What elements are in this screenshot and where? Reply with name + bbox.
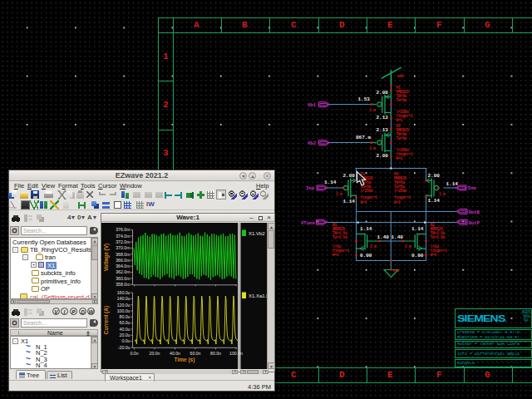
svg-text:Tw=1.5u: Tw=1.5u bbox=[332, 235, 347, 239]
svg-text:Tw=5u: Tw=5u bbox=[397, 98, 407, 102]
svg-text:l=250n: l=250n bbox=[394, 189, 407, 193]
svg-text:W=1: W=1 bbox=[431, 253, 437, 257]
svg-text:20.0u: 20.0u bbox=[120, 332, 131, 337]
svg-text:vdd: vdd bbox=[397, 74, 404, 78]
svg-text:366.0m: 366.0m bbox=[116, 258, 130, 263]
svg-text:40.0n: 40.0n bbox=[170, 351, 180, 356]
svg-text:360.0m: 360.0m bbox=[116, 276, 130, 281]
svg-text:867.m: 867.m bbox=[356, 135, 371, 140]
svg-text:1.14: 1.14 bbox=[360, 226, 372, 232]
svg-text:Tw=5u: Tw=5u bbox=[397, 136, 407, 140]
svg-text:2.00: 2.00 bbox=[428, 173, 441, 179]
svg-text:80.0u: 80.0u bbox=[120, 314, 131, 319]
svg-text:1.m: 1.m bbox=[336, 192, 342, 196]
svg-text:2.m: 2.m bbox=[405, 244, 411, 249]
svg-text:Vb1: Vb1 bbox=[308, 102, 317, 108]
svg-text:finger=1: finger=1 bbox=[361, 195, 378, 200]
svg-text:1.14: 1.14 bbox=[343, 199, 356, 204]
svg-text:60.0u: 60.0u bbox=[120, 320, 131, 325]
svg-text:80.0n: 80.0n bbox=[210, 351, 221, 356]
svg-text:W=1: W=1 bbox=[361, 200, 367, 204]
svg-text:140.0u: 140.0u bbox=[117, 296, 131, 301]
svg-text:Vb2: Vb2 bbox=[308, 140, 317, 146]
svg-text:20.0n: 20.0n bbox=[150, 351, 160, 356]
svg-text:1.40: 1.40 bbox=[392, 234, 404, 240]
svg-text:0.00: 0.00 bbox=[360, 253, 372, 259]
svg-text:1.m: 1.m bbox=[369, 108, 376, 112]
svg-text:W=1: W=1 bbox=[397, 156, 403, 160]
svg-text:0.0u: 0.0u bbox=[121, 338, 130, 343]
svg-text:Time (s): Time (s) bbox=[175, 357, 195, 363]
svg-text:2.m: 2.m bbox=[370, 244, 377, 249]
svg-text:372.0m: 372.0m bbox=[116, 239, 130, 244]
svg-text:2.00: 2.00 bbox=[377, 153, 389, 159]
svg-text:Current (A): Current (A) bbox=[103, 306, 110, 334]
svg-text:0.0n: 0.0n bbox=[130, 351, 138, 356]
svg-text:OutP: OutP bbox=[469, 220, 480, 226]
svg-text:364.0m: 364.0m bbox=[116, 264, 130, 268]
svg-text:Inm: Inm bbox=[468, 185, 477, 191]
svg-text:1.14: 1.14 bbox=[324, 180, 337, 185]
svg-text:0.00: 0.00 bbox=[411, 253, 424, 259]
svg-text:Tw=1.5u: Tw=1.5u bbox=[431, 235, 446, 239]
svg-text:2.00: 2.00 bbox=[377, 90, 389, 96]
svg-text:2.13: 2.13 bbox=[377, 115, 389, 121]
svg-text:Inp: Inp bbox=[306, 185, 315, 191]
svg-text:vss: vss bbox=[393, 268, 400, 273]
svg-text:374.0m: 374.0m bbox=[116, 234, 130, 239]
svg-text:1.40: 1.40 bbox=[377, 234, 390, 240]
svg-text:X1.Vb2: X1.Vb2 bbox=[249, 231, 265, 236]
svg-text:-20.0u: -20.0u bbox=[118, 345, 131, 350]
svg-text:160.0u: 160.0u bbox=[117, 290, 131, 295]
svg-text:W=1: W=1 bbox=[397, 118, 403, 122]
svg-text:368.0m: 368.0m bbox=[116, 252, 130, 257]
svg-text:2.00: 2.00 bbox=[343, 173, 356, 179]
svg-text:1.14: 1.14 bbox=[428, 198, 441, 204]
svg-text:OutB: OutB bbox=[469, 209, 480, 215]
svg-text:1.53: 1.53 bbox=[358, 96, 371, 102]
svg-text:W=1: W=1 bbox=[394, 200, 401, 204]
svg-text:362.0m: 362.0m bbox=[116, 269, 130, 274]
svg-text:VTune: VTune bbox=[301, 220, 315, 226]
svg-text:1.14: 1.14 bbox=[411, 226, 424, 232]
svg-text:Voltage (V): Voltage (V) bbox=[103, 244, 110, 271]
svg-text:1.m: 1.m bbox=[369, 146, 376, 150]
svg-text:1.14: 1.14 bbox=[446, 181, 459, 187]
svg-text:1.m: 1.m bbox=[439, 192, 446, 196]
svg-text:370.0m: 370.0m bbox=[116, 245, 130, 250]
svg-text:100.0n: 100.0n bbox=[229, 351, 243, 356]
svg-text:376.0m: 376.0m bbox=[116, 227, 130, 232]
svg-text:60.0n: 60.0n bbox=[190, 351, 201, 356]
svg-text:W=1: W=1 bbox=[332, 253, 339, 257]
svg-text:120.0u: 120.0u bbox=[117, 303, 131, 308]
svg-text:finger=1: finger=1 bbox=[394, 195, 411, 200]
svg-text:l=250n: l=250n bbox=[361, 189, 374, 193]
svg-text:358.0m: 358.0m bbox=[116, 282, 130, 287]
svg-text:100.0u: 100.0u bbox=[117, 308, 131, 313]
svg-text:2.13: 2.13 bbox=[377, 127, 389, 133]
svg-text:40.0u: 40.0u bbox=[120, 327, 131, 332]
